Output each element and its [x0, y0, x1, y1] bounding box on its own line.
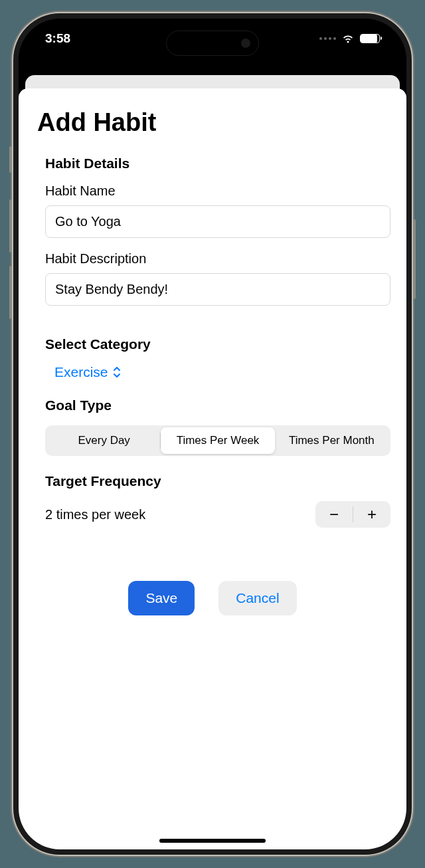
volume-down-button [9, 266, 12, 319]
status-time: 3:58 [45, 31, 70, 46]
frequency-header: Target Frequency [45, 473, 390, 489]
power-button [413, 219, 416, 299]
frequency-section: Target Frequency 2 times per week − + [35, 473, 390, 528]
segment-times-per-week[interactable]: Times Per Week [161, 427, 274, 454]
habit-details-header: Habit Details [45, 156, 390, 171]
volume-up-button [9, 199, 12, 253]
goal-type-segmented-control[interactable]: Every Day Times Per Week Times Per Month [45, 425, 390, 456]
side-switch [9, 146, 12, 173]
category-section: Select Category Exercise [35, 336, 390, 380]
wifi-icon [341, 34, 355, 44]
chevron-up-down-icon [112, 366, 122, 378]
category-header: Select Category [45, 336, 390, 352]
stepper-minus-button[interactable]: − [315, 501, 353, 528]
page-title: Add Habit [37, 108, 390, 137]
goal-type-section: Goal Type Every Day Times Per Week Times… [35, 397, 390, 456]
habit-description-label: Habit Description [45, 251, 390, 267]
habit-details-section: Habit Details Habit Name Habit Descripti… [35, 156, 390, 319]
phone-frame: 3:58 Add Habit Habit Details Habit Name [13, 13, 412, 855]
status-right [319, 34, 380, 44]
dynamic-island [166, 31, 259, 56]
cellular-icon [319, 37, 336, 40]
modal-sheet: Add Habit Habit Details Habit Name Habit… [19, 88, 406, 849]
plus-icon: + [367, 505, 377, 524]
battery-icon [360, 34, 380, 43]
frequency-value-text: 2 times per week [45, 507, 145, 522]
action-buttons: Save Cancel [35, 581, 390, 615]
cancel-button[interactable]: Cancel [218, 581, 296, 615]
habit-description-input[interactable] [45, 273, 390, 306]
save-button[interactable]: Save [128, 581, 195, 615]
status-bar: 3:58 [19, 19, 406, 58]
stepper-plus-button[interactable]: + [353, 501, 390, 528]
category-selected-value: Exercise [54, 364, 108, 380]
category-picker[interactable]: Exercise [54, 364, 122, 380]
minus-icon: − [329, 505, 339, 524]
habit-name-label: Habit Name [45, 183, 390, 199]
segment-times-per-month[interactable]: Times Per Month [275, 427, 388, 454]
front-camera [241, 39, 250, 48]
phone-screen: 3:58 Add Habit Habit Details Habit Name [19, 19, 406, 849]
habit-name-input[interactable] [45, 205, 390, 238]
goal-type-header: Goal Type [45, 397, 390, 413]
frequency-stepper[interactable]: − + [315, 501, 390, 528]
segment-every-day[interactable]: Every Day [47, 427, 161, 454]
home-indicator[interactable] [159, 839, 266, 843]
